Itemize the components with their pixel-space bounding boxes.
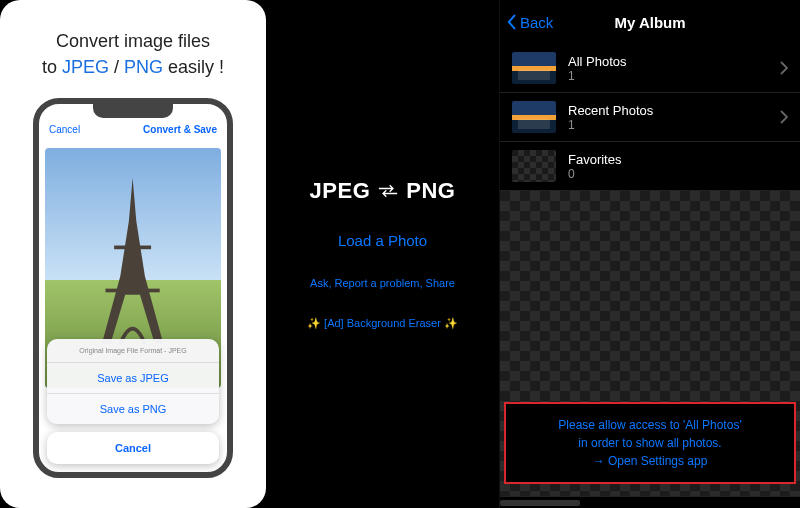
chevron-right-icon — [780, 61, 788, 75]
notice-line-1: Please allow access to 'All Photos' — [512, 416, 788, 434]
album-thumb — [512, 52, 556, 84]
album-nav-bar: Back My Album — [500, 0, 800, 44]
title-png: PNG — [406, 178, 455, 204]
album-thumb — [512, 101, 556, 133]
notice-line-3: → Open Settings app — [512, 452, 788, 470]
album-row-favorites[interactable]: Favorites 0 — [500, 142, 800, 191]
phone-frame: Cancel Convert & Save Original Image Fil… — [33, 98, 233, 478]
title-jpeg: JPEG — [310, 178, 371, 204]
headline-sep: / — [109, 57, 124, 77]
ad-link[interactable]: ✨ [Ad] Background Eraser ✨ — [307, 317, 458, 330]
chevron-right-icon — [780, 110, 788, 124]
bottom-strip — [500, 496, 800, 508]
album-name: Favorites — [568, 152, 788, 167]
sheet-cancel-button[interactable]: Cancel — [47, 432, 219, 464]
headline-jpeg: JPEG — [62, 57, 109, 77]
phone-notch — [93, 104, 173, 118]
album-count: 1 — [568, 69, 768, 83]
action-sheet: Original Image File Format - JPEG Save a… — [47, 339, 219, 424]
album-text: Favorites 0 — [568, 152, 788, 181]
save-jpeg-button[interactable]: Save as JPEG — [47, 362, 219, 393]
sheet-header: Original Image File Format - JPEG — [47, 339, 219, 362]
eiffel-tower-icon — [71, 168, 194, 360]
nav-convert-button[interactable]: Convert & Save — [143, 124, 217, 135]
nav-cancel-button[interactable]: Cancel — [49, 124, 80, 135]
headline-png: PNG — [124, 57, 163, 77]
promo-headline: Convert image files to JPEG / PNG easily… — [42, 28, 224, 80]
headline-to: to — [42, 57, 62, 77]
album-row-all-photos[interactable]: All Photos 1 — [500, 44, 800, 93]
svg-rect-0 — [115, 246, 152, 250]
save-png-button[interactable]: Save as PNG — [47, 393, 219, 424]
main-screen: JPEG PNG Load a Photo Ask, Report a prob… — [266, 0, 500, 508]
permission-notice[interactable]: Please allow access to 'All Photos' in o… — [504, 402, 796, 484]
album-grid-area: Please allow access to 'All Photos' in o… — [500, 191, 800, 508]
album-row-recent-photos[interactable]: Recent Photos 1 — [500, 93, 800, 142]
app-title: JPEG PNG — [310, 178, 456, 204]
support-links[interactable]: Ask, Report a problem, Share — [310, 277, 455, 289]
headline-post: easily ! — [163, 57, 224, 77]
load-photo-button[interactable]: Load a Photo — [338, 232, 427, 249]
album-text: Recent Photos 1 — [568, 103, 768, 132]
album-thumb-empty — [512, 150, 556, 182]
svg-rect-1 — [106, 289, 160, 293]
screen-title: My Album — [500, 14, 800, 31]
album-count: 1 — [568, 118, 768, 132]
promo-panel: Convert image files to JPEG / PNG easily… — [0, 0, 266, 508]
album-name: All Photos — [568, 54, 768, 69]
headline-line-1: Convert image files — [56, 31, 210, 51]
swap-arrows-icon — [378, 184, 398, 198]
album-text: All Photos 1 — [568, 54, 768, 83]
album-screen: Back My Album All Photos 1 Recent Photos… — [500, 0, 800, 508]
notice-line-2: in order to show all photos. — [512, 434, 788, 452]
album-count: 0 — [568, 167, 788, 181]
album-name: Recent Photos — [568, 103, 768, 118]
